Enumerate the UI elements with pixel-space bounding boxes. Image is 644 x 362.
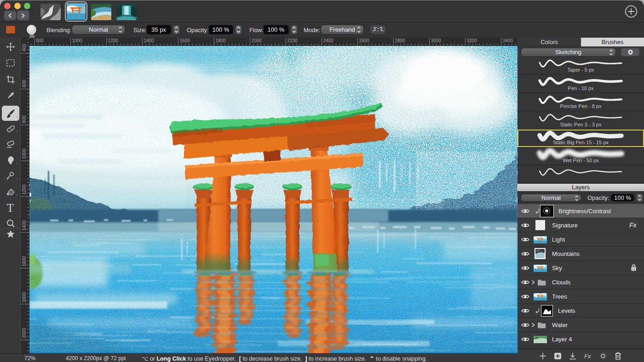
svg-text:3200: 3200 [466,38,477,43]
svg-text:1600: 1600 [179,38,190,43]
svg-text:600: 600 [22,79,27,87]
svg-text:3000: 3000 [431,38,441,43]
svg-text:800: 800 [36,38,44,43]
svg-text:400: 400 [22,44,27,51]
svg-text:1600: 1600 [22,256,27,266]
svg-text:1800: 1800 [215,38,226,43]
svg-text:1000: 1000 [72,38,82,43]
svg-text:Fx: Fx [584,353,591,360]
svg-text:3400: 3400 [502,38,513,43]
svg-text:1000: 1000 [22,148,27,159]
svg-text:2800: 2800 [395,38,405,43]
svg-text:2400: 2400 [323,38,334,43]
svg-text:2000: 2000 [22,328,27,338]
svg-text:2600: 2600 [359,38,369,43]
svg-text:1800: 1800 [22,292,27,302]
svg-text:800: 800 [22,115,27,123]
svg-text:1400: 1400 [22,220,27,231]
svg-text:2200: 2200 [287,38,298,43]
svg-text:2000: 2000 [251,38,262,43]
svg-text:1200: 1200 [108,38,118,43]
svg-text:1200: 1200 [22,184,27,195]
svg-text:1400: 1400 [144,38,154,43]
